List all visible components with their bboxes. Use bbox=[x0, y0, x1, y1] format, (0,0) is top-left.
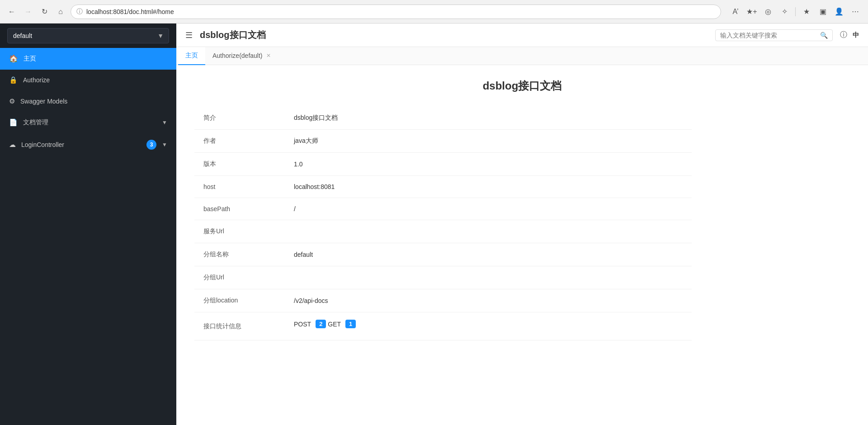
get-count-badge: 1 bbox=[345, 320, 356, 328]
sidebar-label-login-controller: LoginController bbox=[21, 141, 141, 148]
row-key: 分组Url bbox=[194, 266, 285, 289]
collections-button[interactable]: ▣ bbox=[816, 5, 830, 19]
search-box[interactable]: 🔍 bbox=[715, 29, 833, 41]
table-row: 版本 1.0 bbox=[194, 153, 692, 176]
info-table: 简介 dsblog接口文档 作者 java大师 版本 1.0 host loca… bbox=[194, 107, 692, 340]
get-method-label: GET bbox=[328, 321, 341, 328]
table-row: basePath / bbox=[194, 198, 692, 220]
table-row: host localhost:8081 bbox=[194, 176, 692, 198]
row-value: /v2/api-docs bbox=[285, 289, 692, 312]
favorites-button[interactable]: ★ bbox=[799, 5, 814, 19]
browser-chrome: ← → ↻ ⌂ ⓘ localhost:8081/doc.html#/home … bbox=[0, 0, 868, 24]
row-value bbox=[285, 220, 692, 243]
home-button[interactable]: ⌂ bbox=[54, 5, 67, 18]
row-value: 1.0 bbox=[285, 153, 692, 176]
forward-button[interactable]: → bbox=[22, 5, 34, 18]
menu-icon[interactable]: ☰ bbox=[185, 30, 193, 40]
tabs-bar: 主页 Authorize(default) ✕ bbox=[176, 47, 868, 65]
url-text: localhost:8081/doc.html#/home bbox=[86, 8, 174, 15]
header-actions: ⓘ 中 bbox=[840, 30, 859, 40]
chevron-down-icon: ▼ bbox=[162, 119, 167, 126]
row-key-stats: 接口统计信息 bbox=[194, 312, 285, 340]
back-button[interactable]: ← bbox=[5, 5, 18, 18]
reading-list-button[interactable]: ◎ bbox=[761, 5, 775, 19]
search-icon[interactable]: 🔍 bbox=[820, 32, 828, 39]
post-stats: POST 2 bbox=[294, 320, 326, 328]
main-header: ☰ dsblog接口文档 🔍 ⓘ 中 bbox=[176, 24, 868, 47]
table-row: 作者 java大师 bbox=[194, 130, 692, 153]
table-row: 分组Url bbox=[194, 266, 692, 289]
sidebar-item-swagger-models[interactable]: ⚙ Swagger Models bbox=[0, 91, 176, 112]
row-key: 分组名称 bbox=[194, 243, 285, 266]
main-content: ☰ dsblog接口文档 🔍 ⓘ 中 主页 Authorize(default)… bbox=[176, 24, 868, 425]
chevron-down-icon-2: ▼ bbox=[162, 142, 167, 148]
sidebar-nav: 🏠 主页 🔒 Authorize ⚙ Swagger Models 📄 文档管理… bbox=[0, 48, 176, 425]
table-row-stats: 接口统计信息 POST 2 GET 1 bbox=[194, 312, 692, 340]
sidebar-label-swagger-models: Swagger Models bbox=[20, 98, 167, 105]
tab-home[interactable]: 主页 bbox=[178, 47, 205, 65]
reload-button[interactable]: ↻ bbox=[38, 5, 51, 18]
language-toggle[interactable]: 中 bbox=[853, 31, 859, 39]
search-input[interactable] bbox=[720, 32, 816, 39]
sidebar-label-authorize: Authorize bbox=[23, 76, 167, 84]
row-key: 版本 bbox=[194, 153, 285, 176]
extensions-button[interactable]: ✧ bbox=[777, 5, 792, 19]
toolbar-right: A’ ★+ ◎ ✧ ★ ▣ 👤 ⋯ bbox=[728, 5, 863, 19]
row-key: basePath bbox=[194, 198, 285, 220]
lock-icon: 🔒 bbox=[9, 76, 18, 84]
row-value: java大师 bbox=[285, 130, 692, 153]
post-method-label: POST bbox=[294, 321, 311, 328]
row-key: 分组location bbox=[194, 289, 285, 312]
row-value bbox=[285, 266, 692, 289]
more-button[interactable]: ⋯ bbox=[848, 5, 863, 19]
row-key: 服务Url bbox=[194, 220, 285, 243]
row-value-stats: POST 2 GET 1 bbox=[285, 312, 692, 340]
post-count-badge: 2 bbox=[316, 320, 326, 328]
row-value: default bbox=[285, 243, 692, 266]
home-icon: 🏠 bbox=[9, 54, 18, 63]
doc-title: dsblog接口文档 bbox=[194, 79, 850, 93]
sidebar-item-login-controller[interactable]: ☁ LoginController 3 ▼ bbox=[0, 133, 176, 156]
group-selector-wrap[interactable]: default ▼ bbox=[0, 24, 176, 48]
table-row: 分组名称 default bbox=[194, 243, 692, 266]
sidebar-item-home[interactable]: 🏠 主页 bbox=[0, 48, 176, 70]
row-value: dsblog接口文档 bbox=[285, 107, 692, 130]
table-row: 简介 dsblog接口文档 bbox=[194, 107, 692, 130]
row-value: localhost:8081 bbox=[285, 176, 692, 198]
badge-login-controller: 3 bbox=[146, 140, 156, 150]
cloud-icon: ☁ bbox=[9, 141, 16, 149]
sidebar-item-doc-manage[interactable]: 📄 文档管理 ▼ bbox=[0, 112, 176, 133]
content-area: dsblog接口文档 简介 dsblog接口文档 作者 java大师 版本 1.… bbox=[176, 65, 868, 425]
favorites-add-button[interactable]: ★+ bbox=[745, 5, 759, 19]
row-key: 作者 bbox=[194, 130, 285, 153]
app-title: dsblog接口文档 bbox=[200, 29, 708, 41]
tab-home-label: 主页 bbox=[185, 52, 198, 60]
row-value: / bbox=[285, 198, 692, 220]
info-icon: ⓘ bbox=[76, 8, 83, 16]
get-stats: GET 1 bbox=[328, 320, 356, 328]
doc-icon: 📄 bbox=[9, 118, 18, 127]
help-icon[interactable]: ⓘ bbox=[840, 30, 847, 40]
gear-icon: ⚙ bbox=[9, 97, 15, 105]
table-row: 分组location /v2/api-docs bbox=[194, 289, 692, 312]
separator bbox=[795, 7, 796, 16]
sidebar-item-authorize[interactable]: 🔒 Authorize bbox=[0, 70, 176, 91]
sidebar: default ▼ 🏠 主页 🔒 Authorize ⚙ Swagger Mod… bbox=[0, 24, 176, 425]
sidebar-label-home: 主页 bbox=[24, 55, 167, 63]
profile-button[interactable]: 👤 bbox=[832, 5, 846, 19]
address-bar[interactable]: ⓘ localhost:8081/doc.html#/home bbox=[71, 5, 721, 19]
tab-authorize-close[interactable]: ✕ bbox=[266, 52, 271, 59]
read-mode-button[interactable]: A’ bbox=[728, 5, 743, 19]
tab-authorize-label: Authorize(default) bbox=[212, 52, 263, 59]
sidebar-label-doc-manage: 文档管理 bbox=[23, 118, 156, 127]
app-container: default ▼ 🏠 主页 🔒 Authorize ⚙ Swagger Mod… bbox=[0, 24, 868, 425]
group-select[interactable]: default bbox=[7, 28, 169, 43]
row-key: host bbox=[194, 176, 285, 198]
table-row: 服务Url bbox=[194, 220, 692, 243]
row-key: 简介 bbox=[194, 107, 285, 130]
tab-authorize[interactable]: Authorize(default) ✕ bbox=[205, 47, 278, 65]
